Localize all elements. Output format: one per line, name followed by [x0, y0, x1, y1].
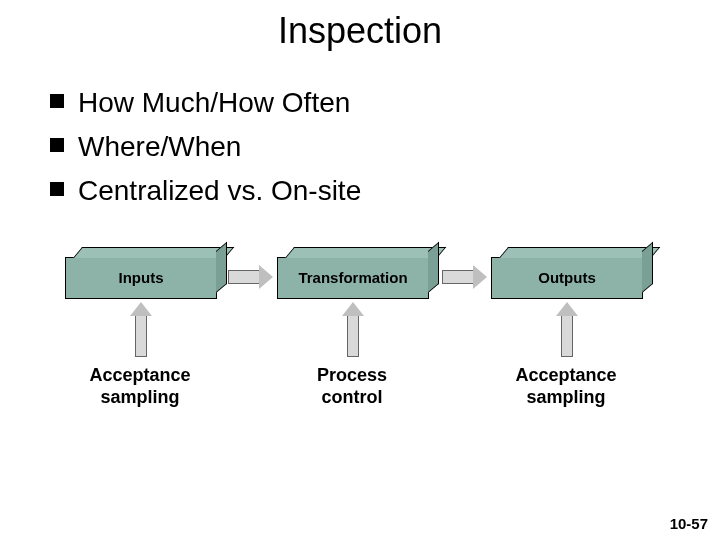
arrow-up-icon [347, 315, 359, 357]
label-line: Acceptance [515, 365, 616, 385]
bullet-item: Where/When [50, 126, 720, 168]
page-number: 10-57 [670, 515, 708, 532]
box-inputs: Inputs [65, 257, 217, 299]
label-line: sampling [526, 387, 605, 407]
label-below-outputs: Acceptance sampling [486, 365, 646, 408]
process-diagram: Inputs Transformation Outputs Acceptance… [45, 237, 685, 487]
label-below-transformation: Process control [272, 365, 432, 408]
label-line: control [322, 387, 383, 407]
arrow-right-icon [228, 270, 260, 284]
arrow-up-icon [135, 315, 147, 357]
arrow-right-icon [442, 270, 474, 284]
bullet-list: How Much/How Often Where/When Centralize… [50, 82, 720, 212]
arrow-up-icon [561, 315, 573, 357]
slide-title: Inspection [0, 10, 720, 52]
bullet-item: How Much/How Often [50, 82, 720, 124]
label-line: sampling [100, 387, 179, 407]
label-line: Process [317, 365, 387, 385]
label-below-inputs: Acceptance sampling [60, 365, 220, 408]
bullet-item: Centralized vs. On-site [50, 170, 720, 212]
box-transformation: Transformation [277, 257, 429, 299]
box-outputs: Outputs [491, 257, 643, 299]
label-line: Acceptance [89, 365, 190, 385]
